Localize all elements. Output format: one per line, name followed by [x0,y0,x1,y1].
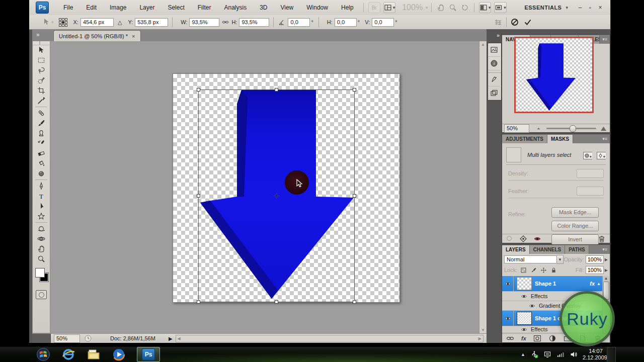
lock-position-icon[interactable] [540,267,547,274]
lock-pixels-icon[interactable] [530,267,537,274]
taskbar-windows-explorer-button[interactable] [87,347,101,361]
layer-comps-panel-icon[interactable] [488,86,500,100]
taskbar-clock[interactable]: 14:07 2.12.2009. [583,348,609,361]
link-dimensions-icon[interactable] [222,19,229,26]
eraser-tool[interactable] [33,148,50,158]
reference-point-locator[interactable] [59,18,67,27]
volume-tray-icon[interactable] [570,350,578,358]
transform-bounding-box[interactable] [198,89,355,302]
quick-selection-tool[interactable] [33,75,50,85]
layer-thumbnail[interactable] [517,277,532,290]
height-field[interactable]: 93,5% [239,18,269,27]
transform-handle[interactable] [353,88,356,92]
fill-field[interactable]: 100% [586,266,604,274]
menu-image[interactable]: Image [103,1,133,15]
bridge-button[interactable]: Br [368,2,380,13]
delete-mask-icon[interactable] [598,235,606,243]
x-position-field[interactable]: 454,6 px [80,18,114,27]
transform-handle[interactable] [275,300,278,304]
palette-grip[interactable] [33,41,50,45]
zoom-icon[interactable] [449,4,457,12]
hand-tool[interactable] [33,244,50,254]
tab-layers-channels[interactable]: CHANNELS [530,245,566,254]
disable-mask-icon[interactable] [519,235,527,243]
close-button[interactable]: × [595,4,605,11]
paint-bucket-tool[interactable] [33,158,50,168]
menu-help[interactable]: Help [335,1,360,15]
adjustment-layer-icon[interactable] [548,334,556,342]
relative-position-toggle[interactable]: △ [118,19,122,26]
quick-mask-button[interactable] [36,290,47,299]
effect-visibility-toggle[interactable] [520,326,528,333]
taskbar-start-button[interactable] [36,347,50,361]
menu-window[interactable]: Window [300,1,335,15]
taskbar-media-player-button[interactable] [112,347,126,361]
zoom-slider-thumb[interactable] [570,125,576,132]
commit-transform-button[interactable] [524,18,532,26]
blur-tool[interactable] [33,168,50,178]
brush-tool[interactable] [33,118,50,128]
canvas-area[interactable] [50,41,479,333]
tab-layers-paths[interactable]: PATHS [565,245,589,254]
action-center-icon[interactable] [543,350,551,358]
layer-style-icon[interactable]: fx [521,335,526,341]
custom-shape-tool[interactable] [33,211,50,221]
rotate-3d-tool[interactable] [33,224,50,234]
opacity-slider-button[interactable]: ▶ [605,257,608,262]
add-pixel-mask-button[interactable] [582,151,592,159]
horizontal-scrollbar[interactable]: ◀▶ [176,335,484,342]
panel-menu-icon[interactable]: ▾≡ [600,245,610,254]
status-expand-icon[interactable]: ▶ [169,336,173,341]
show-desktop-button[interactable] [607,347,616,362]
document-tab[interactable]: Untitled-1 @ 50% (RGB/8) * × [53,30,141,42]
fill-slider-button[interactable]: ▶ [605,268,608,273]
layer-visibility-toggle[interactable] [502,311,514,326]
restore-button[interactable]: ▫ [585,4,595,11]
zoom-in-icon[interactable] [600,125,608,132]
transform-handle[interactable] [197,300,200,304]
blend-mode-dropdown[interactable]: Normal [504,255,557,263]
menu-layer[interactable]: Layer [133,1,161,15]
layer-thumbnail[interactable] [517,312,532,325]
history-brush-tool[interactable] [33,138,50,148]
menu-select[interactable]: Select [161,1,191,15]
dock-expand-icon[interactable]: » [497,32,500,38]
transform-handle[interactable] [353,194,356,198]
panel-menu-icon[interactable]: ▾≡ [600,135,610,143]
hand-icon[interactable] [437,4,445,12]
add-layer-mask-icon[interactable] [533,334,541,342]
photo-panel-icon[interactable] [488,43,500,57]
lock-transparency-icon[interactable] [520,267,527,274]
info-panel-icon[interactable]: i [488,57,500,70]
foreground-color-swatch[interactable] [35,268,45,278]
menu-3d[interactable]: 3D [253,1,274,15]
tab-masks-masks[interactable]: MASKS [547,135,573,143]
menu-view[interactable]: View [274,1,300,15]
toolbar-collapse-icon[interactable]: » [36,31,40,38]
menu-analysis[interactable]: Analysis [217,1,253,15]
lasso-tool[interactable] [33,65,50,75]
collapse-effects-icon[interactable]: ▲ [597,282,601,286]
apply-mask-icon[interactable] [533,235,541,243]
crop-tool[interactable] [33,85,50,96]
transform-handle[interactable] [275,88,278,92]
add-vector-mask-button[interactable] [595,151,606,159]
minimize-button[interactable]: – [575,4,585,11]
rotation-field[interactable]: 0,0 [288,18,310,27]
transform-reference-point[interactable] [273,193,280,199]
menu-filter[interactable]: Filter [191,1,218,15]
eyedropper-tool[interactable] [33,96,50,106]
history-panel-icon[interactable] [488,73,500,86]
status-clock-icon[interactable] [84,334,92,342]
lock-all-icon[interactable] [550,267,557,274]
navigator-zoom-field[interactable]: 50% [504,124,529,133]
zoom-out-icon[interactable] [536,125,542,131]
menu-file[interactable]: File [57,1,79,15]
layer-row-shape-1[interactable]: Shape 1 fx▲ [502,276,603,292]
view-extras-button[interactable]: ▾ [383,2,396,13]
width-field[interactable]: 93,5% [189,18,219,27]
network-tray-icon[interactable] [556,350,565,358]
tab-layers-layers[interactable]: LAYERS [502,245,530,254]
opacity-field[interactable]: 100% [586,255,604,263]
usb-tray-icon[interactable] [530,350,538,358]
